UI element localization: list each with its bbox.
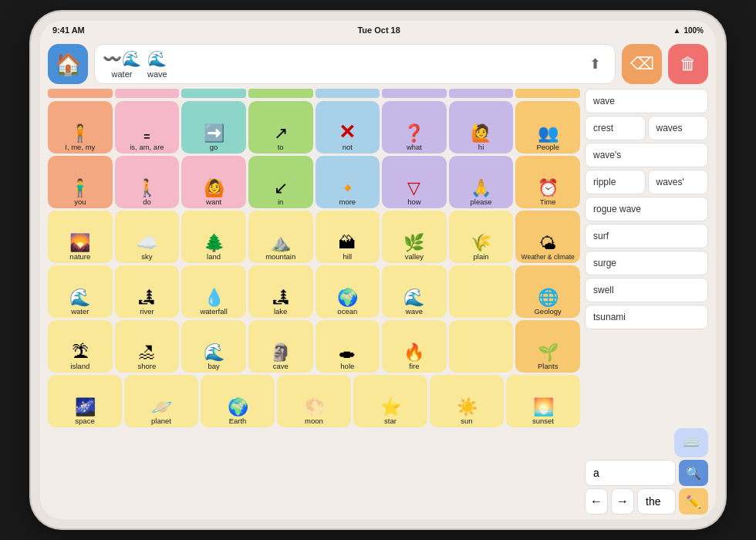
search-button[interactable]: 🔍: [679, 460, 708, 486]
lake-icon: 🏞: [272, 289, 289, 306]
cell-mountain[interactable]: ⛰️ mountain: [248, 211, 313, 263]
how-label: how: [407, 198, 420, 206]
cell-i-me-my[interactable]: 🧍 I, me, my: [48, 101, 113, 154]
cell-sunset[interactable]: 🌅 sunset: [506, 375, 580, 427]
cell-lake[interactable]: 🏞 lake: [248, 265, 313, 318]
word-surge[interactable]: surge: [585, 251, 708, 275]
river-label: river: [140, 308, 154, 316]
cell-want[interactable]: 🙆 want: [181, 156, 246, 208]
cell-time[interactable]: ⏰ Time: [515, 156, 580, 208]
letter-a-input[interactable]: a: [585, 460, 676, 486]
geology-label: Geology: [534, 308, 561, 316]
moon-icon: 🌕: [304, 399, 325, 416]
right-panel: wave crest waves wave's ripple waves' ro…: [585, 89, 708, 515]
cell-sky[interactable]: ☁️ sky: [115, 211, 180, 263]
cell-more[interactable]: 🔸 more: [316, 156, 380, 208]
word-tsunami[interactable]: tsunami: [585, 305, 708, 329]
word-crest[interactable]: crest: [585, 116, 646, 140]
cell-plain[interactable]: 🌾 plain: [449, 211, 514, 263]
word-swell[interactable]: swell: [585, 278, 708, 302]
pencil-button[interactable]: ✏️: [679, 488, 708, 515]
cell-earth[interactable]: 🌍 Earth: [201, 375, 275, 427]
cell-weather[interactable]: 🌤 Weather & climate: [515, 211, 580, 263]
cell-land[interactable]: 🌲 land: [181, 211, 246, 263]
cave-icon: 🗿: [270, 344, 291, 361]
cell-waterfall[interactable]: 💧 waterfall: [181, 265, 246, 318]
cell-hill[interactable]: 🏔 hill: [316, 211, 380, 263]
cell-shore[interactable]: 🏖 shore: [115, 320, 180, 373]
cell-do[interactable]: 🚶 do: [115, 156, 180, 208]
go-label: go: [210, 143, 218, 151]
you-icon: 🧍‍♂️: [69, 180, 90, 197]
shore-icon: 🏖: [138, 344, 155, 361]
cell-go[interactable]: ➡️ go: [181, 101, 246, 154]
cell-what[interactable]: ❓ what: [382, 101, 447, 154]
mountain-label: mountain: [265, 253, 295, 261]
backspace-button[interactable]: ⌫: [622, 44, 662, 84]
cell-planet[interactable]: 🪐 planet: [124, 375, 198, 427]
cell-please[interactable]: 🙏 please: [449, 156, 514, 208]
pencil-icon: ✏️: [686, 494, 701, 509]
cell-hi[interactable]: 🙋 hi: [449, 101, 514, 154]
cave-label: cave: [273, 363, 289, 370]
want-icon: 🙆: [204, 180, 224, 197]
cell-cave[interactable]: 🗿 cave: [248, 320, 313, 373]
cell-wave-grid[interactable]: 🌊 wave: [382, 265, 447, 318]
trash-button[interactable]: 🗑: [668, 44, 708, 84]
cell-fire[interactable]: 🔥 fire: [382, 320, 447, 373]
cell-river[interactable]: 🏞 river: [115, 265, 180, 318]
word-ripple[interactable]: ripple: [585, 170, 646, 194]
is-am-are-label: is, am, are: [130, 143, 164, 151]
more-label: more: [339, 198, 356, 206]
home-button[interactable]: 🏠: [48, 44, 88, 84]
cell-ocean[interactable]: 🌍 ocean: [316, 265, 380, 318]
time-icon: ⏰: [538, 180, 559, 197]
grid-row-1: 🧍 I, me, my = is, am, are ➡️ go ↗: [48, 101, 580, 154]
cell-moon[interactable]: 🌕 moon: [277, 375, 351, 427]
time-label: Time: [540, 198, 556, 206]
land-icon: 🌲: [204, 235, 224, 251]
cell-sun[interactable]: ☀️ sun: [430, 375, 504, 427]
sunset-icon: 🌅: [533, 399, 554, 416]
cell-not[interactable]: ✕ not: [316, 101, 380, 154]
lake-label: lake: [274, 308, 287, 316]
please-icon: 🙏: [471, 180, 491, 197]
cell-in[interactable]: ↙ in: [248, 156, 313, 208]
word-waves[interactable]: waves: [648, 116, 709, 140]
cell-is-am-are[interactable]: = is, am, are: [115, 101, 180, 154]
hole-label: hole: [340, 363, 354, 370]
cell-hole[interactable]: 🕳 hole: [316, 320, 380, 373]
island-label: island: [70, 363, 89, 370]
cell-nature[interactable]: 🌄 nature: [48, 211, 113, 263]
cell-how[interactable]: ▽ how: [382, 156, 447, 208]
word-waves-apos2[interactable]: waves': [648, 170, 709, 194]
word-waves-apos[interactable]: wave's: [585, 143, 708, 167]
phrase-label-wave: wave: [147, 69, 167, 79]
color-tab-lavender2: [449, 89, 514, 98]
share-button[interactable]: ⬆: [582, 52, 607, 76]
cell-island[interactable]: 🏝 island: [48, 320, 113, 373]
water-icon: 🌊: [69, 289, 90, 306]
earth-icon: 🌍: [228, 399, 248, 416]
nav-left-button[interactable]: ←: [585, 488, 608, 515]
cell-plants[interactable]: 🌱 Plants: [515, 320, 580, 373]
word-rogue-wave[interactable]: rogue wave: [585, 197, 708, 221]
keyboard-button[interactable]: ⌨️: [674, 428, 708, 457]
cell-star[interactable]: ⭐ star: [353, 375, 427, 427]
word-surf[interactable]: surf: [585, 224, 708, 248]
cell-space[interactable]: 🌌 space: [48, 375, 122, 427]
cell-people[interactable]: 👥 People: [515, 101, 580, 154]
nav-right-button[interactable]: →: [611, 488, 634, 515]
keyboard-icon: ⌨️: [683, 434, 700, 451]
cell-you[interactable]: 🧍‍♂️ you: [48, 156, 113, 208]
home-icon: 🏠: [55, 52, 82, 77]
cell-bay[interactable]: 🌊 bay: [181, 320, 246, 373]
cell-to[interactable]: ↗ to: [248, 101, 313, 154]
word-wave[interactable]: wave: [585, 89, 708, 113]
the-input[interactable]: the: [637, 488, 676, 515]
cell-geology[interactable]: 🌐 Geology: [515, 265, 580, 318]
cell-water[interactable]: 🌊 water: [48, 265, 113, 318]
letter-a-value: a: [593, 467, 599, 479]
nav-row: ← → the ✏️: [585, 488, 708, 515]
cell-valley[interactable]: 🌿 valley: [382, 211, 447, 263]
